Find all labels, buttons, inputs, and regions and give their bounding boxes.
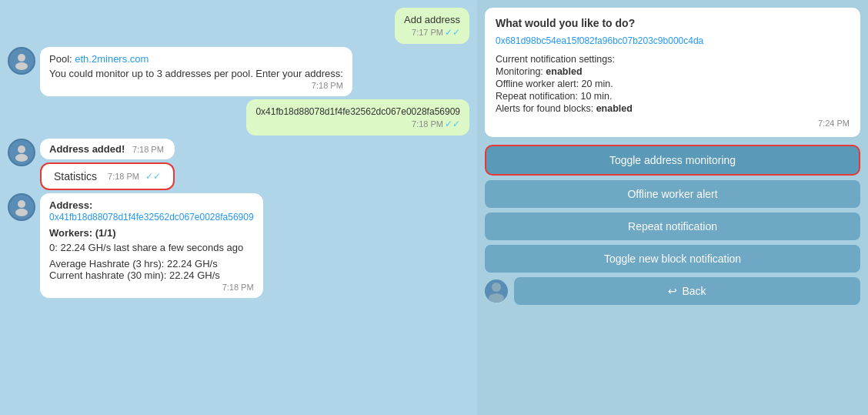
- card-time: 7:24 PM: [818, 119, 850, 128]
- pool-body: You could monitor up to 3 addresses per …: [49, 68, 343, 79]
- workers-text: Workers: (1/1): [49, 227, 115, 239]
- bot-avatar-3: [8, 193, 35, 221]
- toggle-monitoring-button[interactable]: Toggle address monitoring: [485, 145, 860, 176]
- settings-monitoring: Monitoring: enabled: [496, 66, 850, 77]
- message-address-added: Address added! 7:18 PM Statistics 7:18 P…: [8, 139, 469, 190]
- stats-detail-bubble: Address: 0x41fb18d88078d1f4fe32562dc067e…: [40, 193, 263, 298]
- address-added-text: Address added!: [49, 143, 125, 155]
- address-added-time: 7:18 PM: [132, 145, 164, 154]
- add-address-time: 7:17 PM: [412, 28, 443, 37]
- offline-worker-button[interactable]: Offline worker alert: [485, 180, 860, 208]
- pool-bubble: Pool: eth.2miners.com You could monitor …: [40, 47, 352, 96]
- toggle-new-block-button[interactable]: Toggle new block notification: [485, 245, 860, 273]
- settings-repeat: Repeat notification: 10 min.: [496, 91, 850, 102]
- card-title: What would you like to do?: [496, 17, 850, 29]
- pool-link: eth.2miners.com: [75, 53, 149, 65]
- svg-point-0: [18, 54, 25, 62]
- chat-panel: Add address 7:17 PM ✓✓ Pool: eth.2miners…: [0, 0, 477, 415]
- add-address-check: ✓✓: [445, 27, 460, 38]
- message-stats-detail: Address: 0x41fb18d88078d1f4fe32562dc067e…: [8, 193, 469, 298]
- curr-hashrate: Current hashrate (30 min): 22.24 GH/s: [49, 269, 254, 281]
- svg-point-4: [18, 200, 25, 208]
- address-input-bubble: 0x41fb18d88078d1f4fe32562dc067e0028fa569…: [246, 99, 469, 136]
- svg-point-3: [15, 154, 28, 162]
- statistics-check: ✓✓: [145, 171, 161, 182]
- back-avatar: [485, 279, 508, 303]
- add-address-text: Add address: [404, 14, 460, 25]
- bot-avatar-2: [8, 139, 35, 166]
- avg-hashrate: Average Hashrate (3 hrs): 22.24 GH/s: [49, 258, 254, 269]
- address-label: Address:: [49, 199, 92, 211]
- svg-point-5: [15, 209, 28, 216]
- settings-offline: Offline worker alert: 20 min.: [496, 79, 850, 89]
- svg-point-2: [18, 146, 25, 153]
- svg-point-7: [489, 293, 504, 303]
- repeat-notification-button[interactable]: Repeat notification: [485, 213, 860, 240]
- settings-title: Current notification settings:: [496, 54, 850, 65]
- back-row: ↩ Back: [485, 277, 860, 305]
- card-address: 0x681d98bc54ea15f082fa96bc07b203c9b000c4…: [496, 35, 850, 46]
- statistics-text: Statistics: [54, 170, 97, 182]
- back-label: Back: [682, 285, 706, 297]
- pool-label: Pool:: [49, 53, 72, 65]
- worker-stat: 0: 22.24 GH/s last share a few seconds a…: [49, 242, 254, 253]
- info-card: What would you like to do? 0x681d98bc54e…: [485, 8, 860, 137]
- svg-point-1: [15, 62, 28, 70]
- address-input-time: 7:18 PM: [412, 119, 443, 129]
- address-input-check: ✓✓: [445, 119, 460, 129]
- statistics-bubble[interactable]: Statistics 7:18 PM ✓✓: [40, 162, 175, 190]
- address-link: 0x41fb18d88078d1f4fe32562dc067e0028fa569…: [49, 212, 254, 223]
- message-address-input: 0x41fb18d88078d1f4fe32562dc067e0028fa569…: [8, 99, 469, 136]
- pool-time: 7:18 PM: [312, 81, 343, 90]
- address-added-bubble: Address added! 7:18 PM: [40, 139, 175, 159]
- bot-avatar-1: [8, 47, 35, 75]
- right-panel: What would you like to do? 0x681d98bc54e…: [477, 0, 868, 415]
- statistics-time: 7:18 PM: [108, 172, 139, 181]
- address-input-text: 0x41fb18d88078d1f4fe32562dc067e0028fa569…: [255, 106, 460, 117]
- settings-blocks: Alerts for found blocks: enabled: [496, 103, 850, 114]
- stats-detail-time: 7:18 PM: [222, 283, 254, 292]
- svg-point-6: [492, 283, 501, 292]
- message-add-address: Add address 7:17 PM ✓✓: [8, 8, 469, 44]
- back-button[interactable]: ↩ Back: [514, 277, 860, 305]
- back-icon: ↩: [668, 285, 677, 297]
- add-address-bubble: Add address 7:17 PM ✓✓: [395, 8, 469, 44]
- message-pool: Pool: eth.2miners.com You could monitor …: [8, 47, 469, 96]
